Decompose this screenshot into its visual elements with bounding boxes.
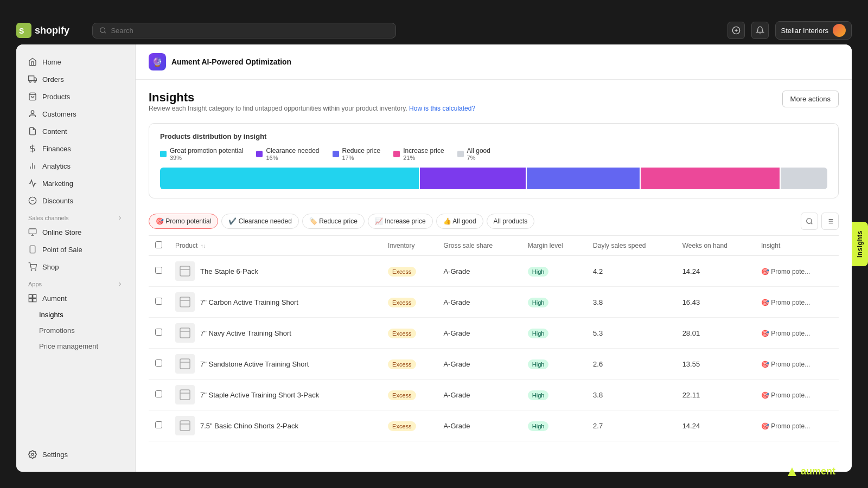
shopify-logo[interactable]: S shopify [16,23,81,38]
legend-text-clearance: Clearance needed 16% [266,147,319,161]
row-gross-3: A-Grade [437,349,521,380]
inventory-badge-2: Excess [388,329,416,338]
bell-icon-btn[interactable] [751,22,769,39]
sidebar-item-pos[interactable]: Point of Sale [20,241,132,258]
legend-item-clearance: Clearance needed 16% [256,147,319,161]
svg-point-28 [807,219,812,223]
table-row: 7" Staple Active Training Short 3-Pack E… [149,380,839,410]
sidebar-item-shop[interactable]: Shop [20,259,132,275]
filter-tab-reduce-price[interactable]: 🏷️ Reduce price [302,214,365,229]
row-insight-4: 🎯 Promo pote... [755,380,839,410]
header-insight: Insight [755,236,839,256]
search-filter-btn[interactable] [801,213,818,230]
table-wrapper: Product ↑↓ Inventory Gross sale share Ma… [149,236,839,441]
row-margin-3: High [521,349,586,380]
search-bar[interactable] [92,23,396,38]
sidebar-pos-label: Point of Sale [42,246,82,254]
content-area: 🔮 Aument AI-Powered Optimization Insight… [136,44,852,472]
bar-segment-increase [641,168,780,189]
row-select-2[interactable] [155,329,162,336]
ai-icon-btn[interactable] [727,22,745,39]
sidebar-item-aument[interactable]: Aument [20,290,132,306]
filter-tab-increase-price[interactable]: 📈 Increase price [368,214,433,229]
row-daily-5: 2.7 [586,410,676,441]
header-checkbox [149,236,169,256]
row-checkbox-1 [149,287,169,318]
product-name-2: 7" Navy Active Training Short [200,329,291,337]
sidebar-sub-price-mgmt[interactable]: Price management [20,339,132,354]
aument-logo-text: aument [801,466,835,477]
search-input[interactable] [111,27,389,35]
row-select-5[interactable] [155,421,162,428]
topbar: S shopify Stellar Interiors [16,16,852,44]
sidebar-item-discounts[interactable]: Discounts [20,192,132,209]
sidebar-item-products[interactable]: Products [20,88,132,105]
row-select-0[interactable] [155,267,162,274]
row-margin-0: High [521,256,586,287]
svg-rect-23 [29,294,32,298]
table-body: The Staple 6-Pack Excess A-Grade High 4.… [149,256,839,441]
sidebar-item-customers[interactable]: Customers [20,106,132,122]
margin-badge-4: High [528,390,549,400]
svg-rect-25 [29,299,32,302]
apps-label: Apps [28,281,42,287]
row-checkbox-2 [149,318,169,349]
insights-title: Insights [149,91,475,105]
row-insight-0: 🎯 Promo pote... [755,256,839,287]
svg-marker-41 [788,467,796,476]
sidebar-item-finances[interactable]: Finances [20,140,132,157]
inventory-badge-0: Excess [388,267,416,277]
filter-options-btn[interactable] [821,213,839,230]
row-select-1[interactable] [155,298,162,305]
svg-rect-4 [29,76,34,81]
sidebar-analytics-label: Analytics [42,162,71,170]
sidebar-item-content[interactable]: Content [20,123,132,139]
sidebar-online-store-label: Online Store [42,228,81,236]
row-select-3[interactable] [155,359,162,367]
filter-tab-clearance-needed[interactable]: ✔️ Clearance needed [221,214,298,229]
filter-tab-all-products[interactable]: All products [487,214,535,229]
sidebar-sub-promotions[interactable]: Promotions [20,323,132,338]
distribution-title: Products distribution by insight [160,132,827,140]
product-name-3: 7" Sandstone Active Training Short [200,360,309,368]
sidebar-orders-label: Orders [42,75,64,84]
row-daily-4: 3.8 [586,380,676,410]
legend-item-increase: Increase price 21% [393,147,444,161]
header-gross-sale: Gross sale share [437,236,521,256]
table-row: 7" Carbon Active Training Short Excess A… [149,287,839,318]
sidebar-item-online-store[interactable]: Online Store [20,224,132,240]
sidebar-item-analytics[interactable]: Analytics [20,158,132,174]
how-calculated-link[interactable]: How is this calculated? [409,105,475,112]
sidebar-price-mgmt-label: Price management [39,342,98,350]
svg-rect-38 [180,359,190,369]
sidebar-item-settings[interactable]: Settings [20,446,132,463]
row-product-1: 7" Carbon Active Training Short [169,287,381,318]
row-weeks-3: 13.55 [676,349,755,380]
filter-tab-promo-potential[interactable]: 🎯 Promo potential [149,214,218,229]
sidebar-item-orders[interactable]: Orders [20,71,132,87]
store-avatar [833,24,846,37]
product-thumb-2 [175,323,195,343]
more-actions-button[interactable]: More actions [782,91,839,107]
sidebar-item-home[interactable]: Home [20,54,132,70]
sidebar-home-label: Home [42,58,61,66]
row-checkbox-5 [149,410,169,441]
svg-rect-16 [29,229,36,234]
sidebar-item-marketing[interactable]: Marketing [20,175,132,191]
header-product[interactable]: Product ↑↓ [169,236,381,256]
sidebar-discounts-label: Discounts [42,197,73,205]
filter-tab-all-good[interactable]: 👍 All good [436,214,483,229]
legend-item-promo: Great promotion potential 39% [160,147,243,161]
sales-channels-section: Sales channels [16,209,135,223]
row-margin-4: High [521,380,586,410]
select-all-checkbox[interactable] [155,241,162,248]
row-weeks-0: 14.24 [676,256,755,287]
row-select-4[interactable] [155,390,162,397]
row-checkbox-0 [149,256,169,287]
row-product-3: 7" Sandstone Active Training Short [169,349,381,380]
product-name-5: 7.5" Basic Chino Shorts 2-Pack [200,422,298,430]
bar-segment-all_good [781,168,827,189]
float-tab[interactable]: Insights [852,222,868,266]
store-badge[interactable]: Stellar Interiors [775,21,852,40]
sidebar-sub-insights[interactable]: Insights [20,307,132,322]
